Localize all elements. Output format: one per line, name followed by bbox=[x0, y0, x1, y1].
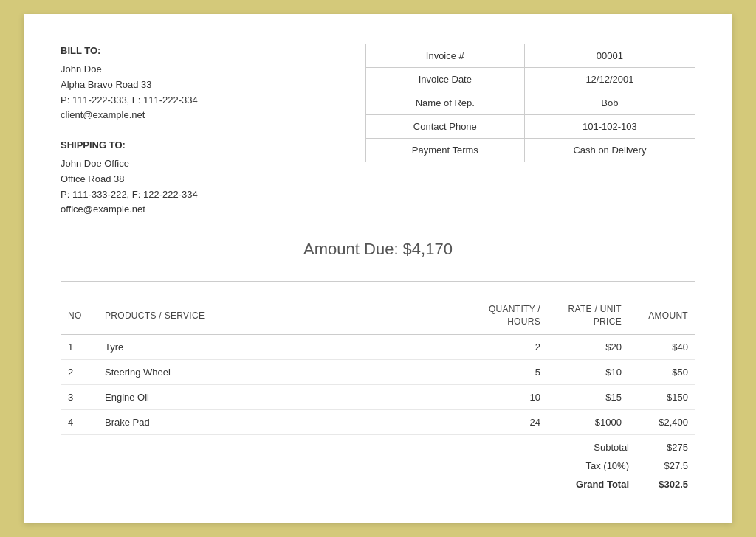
bill-to-address: Alpha Bravo Road 33 bbox=[61, 77, 346, 93]
table-row: 1 Tyre 2 $20 $40 bbox=[61, 334, 695, 359]
item-rate: $15 bbox=[548, 384, 629, 409]
table-row: 2 Steering Wheel 5 $10 $50 bbox=[61, 359, 695, 384]
amount-due-text: Amount Due: $4,170 bbox=[303, 240, 453, 258]
section-divider bbox=[61, 281, 695, 282]
meta-value: Cash on Delivery bbox=[524, 139, 695, 162]
bill-to-block: BILL TO: John Doe Alpha Bravo Road 33 P:… bbox=[61, 44, 346, 123]
shipping-to-block: SHIPPING TO: John Doe Office Office Road… bbox=[61, 138, 346, 218]
item-product: Brake Pad bbox=[97, 409, 474, 434]
col-rate-label: RATE / UNITPRICE bbox=[568, 304, 622, 327]
invoice-meta-row: Contact Phone101-102-103 bbox=[365, 115, 695, 139]
col-amount: AMOUNT bbox=[629, 297, 695, 335]
meta-field: Payment Terms bbox=[365, 139, 524, 162]
table-row: 4 Brake Pad 24 $1000 $2,400 bbox=[61, 409, 695, 434]
tax-label: Tax (10%) bbox=[481, 460, 629, 471]
meta-field: Name of Rep. bbox=[365, 91, 524, 115]
grand-total-value: $302.5 bbox=[629, 479, 688, 490]
bill-to-phone: P: 111-222-333, F: 111-222-334 bbox=[61, 93, 346, 108]
item-product: Tyre bbox=[97, 334, 474, 359]
shipping-to-address: Office Road 38 bbox=[61, 172, 346, 187]
shipping-to-name: John Doe Office bbox=[61, 156, 346, 172]
bill-shipping-info: BILL TO: John Doe Alpha Bravo Road 33 P:… bbox=[61, 44, 346, 218]
col-quantity-label: QUANTITY /HOURS bbox=[489, 304, 540, 327]
bill-to-name: John Doe bbox=[61, 62, 346, 77]
meta-field: Contact Phone bbox=[365, 115, 524, 139]
item-quantity: 2 bbox=[474, 334, 548, 359]
invoice-meta-row: Invoice Date12/12/2001 bbox=[365, 68, 695, 91]
tax-value: $27.5 bbox=[629, 460, 688, 471]
invoice-page: BILL TO: John Doe Alpha Bravo Road 33 P:… bbox=[24, 14, 732, 523]
meta-value: 00001 bbox=[524, 44, 695, 68]
shipping-to-email: office@example.net bbox=[61, 202, 346, 218]
item-no: 3 bbox=[61, 384, 97, 409]
col-rate: RATE / UNITPRICE bbox=[548, 297, 629, 335]
bill-to-email: client@example.net bbox=[61, 108, 346, 123]
bill-to-label: BILL TO: bbox=[61, 44, 346, 59]
items-table: NO PRODUCTS / SERVICE QUANTITY /HOURS RA… bbox=[61, 297, 695, 435]
meta-value: Bob bbox=[524, 91, 695, 115]
item-no: 1 bbox=[61, 334, 97, 359]
invoice-meta-table: Invoice #00001Invoice Date12/12/2001Name… bbox=[365, 44, 695, 162]
item-no: 4 bbox=[61, 409, 97, 434]
col-no: NO bbox=[61, 297, 97, 335]
item-quantity: 5 bbox=[474, 359, 548, 384]
item-rate: $1000 bbox=[548, 409, 629, 434]
subtotal-row: Subtotal $275 bbox=[474, 438, 695, 457]
item-rate: $20 bbox=[548, 334, 629, 359]
item-product: Steering Wheel bbox=[97, 359, 474, 384]
item-amount: $40 bbox=[629, 334, 695, 359]
meta-value: 101-102-103 bbox=[524, 115, 695, 139]
item-product: Engine Oil bbox=[97, 384, 474, 409]
item-quantity: 10 bbox=[474, 384, 548, 409]
invoice-meta-row: Invoice #00001 bbox=[365, 44, 695, 68]
col-quantity: QUANTITY /HOURS bbox=[474, 297, 548, 335]
subtotal-label: Subtotal bbox=[481, 442, 629, 453]
grand-total-label: Grand Total bbox=[481, 479, 629, 490]
col-product: PRODUCTS / SERVICE bbox=[97, 297, 474, 335]
invoice-meta-row: Payment TermsCash on Delivery bbox=[365, 139, 695, 162]
summary-section: Subtotal $275 Tax (10%) $27.5 Grand Tota… bbox=[61, 438, 695, 493]
item-amount: $150 bbox=[629, 384, 695, 409]
tax-row: Tax (10%) $27.5 bbox=[474, 457, 695, 475]
subtotal-value: $275 bbox=[629, 442, 688, 453]
meta-value: 12/12/2001 bbox=[524, 68, 695, 91]
item-no: 2 bbox=[61, 359, 97, 384]
meta-field: Invoice # bbox=[365, 44, 524, 68]
shipping-to-phone: P: 111-333-222, F: 122-222-334 bbox=[61, 187, 346, 203]
item-rate: $10 bbox=[548, 359, 629, 384]
header-section: BILL TO: John Doe Alpha Bravo Road 33 P:… bbox=[61, 44, 695, 218]
item-amount: $50 bbox=[629, 359, 695, 384]
invoice-meta-row: Name of Rep.Bob bbox=[365, 91, 695, 115]
table-row: 3 Engine Oil 10 $15 $150 bbox=[61, 384, 695, 409]
shipping-to-label: SHIPPING TO: bbox=[61, 138, 346, 153]
grand-total-row: Grand Total $302.5 bbox=[474, 475, 695, 493]
amount-due-section: Amount Due: $4,170 bbox=[61, 240, 695, 259]
invoice-meta-wrapper: Invoice #00001Invoice Date12/12/2001Name… bbox=[365, 44, 695, 218]
item-amount: $2,400 bbox=[629, 409, 695, 434]
table-header-row: NO PRODUCTS / SERVICE QUANTITY /HOURS RA… bbox=[61, 297, 695, 335]
meta-field: Invoice Date bbox=[365, 68, 524, 91]
item-quantity: 24 bbox=[474, 409, 548, 434]
